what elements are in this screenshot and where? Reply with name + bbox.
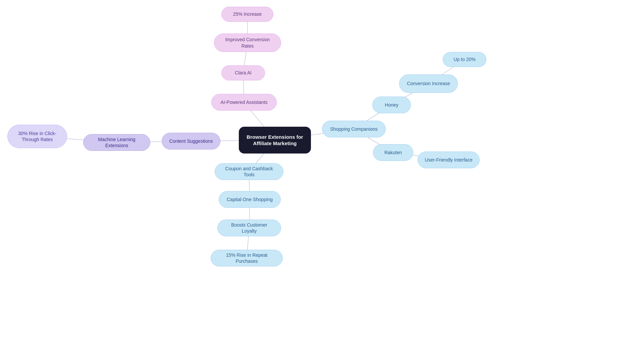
node-shopping-companions: Shopping Companions <box>322 121 386 137</box>
node-capital-one: Capital One Shopping <box>219 191 281 208</box>
node-conversion-increase: Conversion Increase <box>399 74 458 93</box>
node-click-through: 30% Rise in Click-Through Rates <box>7 125 67 148</box>
node-improved-conversion: Improved Conversion Rates <box>214 34 281 52</box>
node-coupon-cashback: Coupon and Cashback Tools <box>215 163 283 180</box>
node-clara-ai: Clara AI <box>221 65 265 80</box>
node-ai-powered: AI-Powered Assistants <box>211 94 277 111</box>
node-user-friendly: User-Friendly Interface <box>418 152 480 168</box>
center-node: Browser Extensions for Affiliate Marketi… <box>239 127 311 154</box>
node-honey: Honey <box>372 97 411 113</box>
node-machine-learning: Machine Learning Extensions <box>83 134 150 151</box>
node-rakuten: Rakuten <box>373 144 413 161</box>
node-repeat-purchases: 15% Rise in Repeat Purchases <box>211 250 283 266</box>
node-up-to-20: Up to 20% <box>443 52 486 67</box>
node-25-increase: 25% Increase <box>221 7 273 22</box>
node-boosts-loyalty: Boosts Customer Loyalty <box>217 220 281 236</box>
node-content-suggestions: Content Suggestions <box>162 133 220 149</box>
